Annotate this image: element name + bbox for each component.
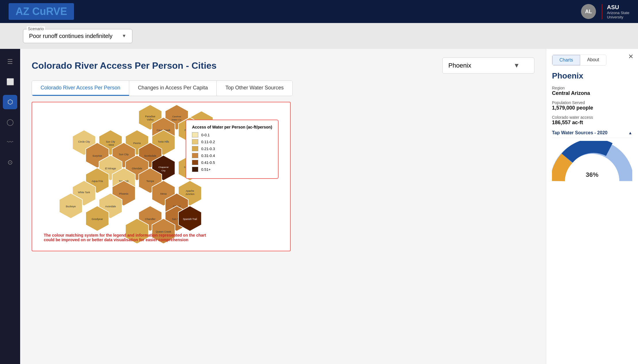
sidebar-item-layers[interactable]: ⬜ <box>3 75 17 89</box>
svg-text:Goodyear: Goodyear <box>92 218 103 221</box>
page-title: Colorado River Access Per Person - Citie… <box>32 60 217 71</box>
panel-tab-group: Charts About <box>552 55 606 66</box>
map-annotation: The colour matching system for the legen… <box>44 233 216 242</box>
sidebar-item-menu[interactable]: ☰ <box>3 55 17 69</box>
tab-changes[interactable]: Changes in Access Per Capita <box>129 81 217 96</box>
population-section: Population Served 1,579,000 people <box>552 100 632 111</box>
scenario-value: Poor runoff continues indefinitely <box>29 33 113 39</box>
legend-item-6: 0.51+ <box>192 167 272 172</box>
legend-color-6 <box>192 167 198 172</box>
svg-text:Tonto Hills: Tonto Hills <box>158 140 169 143</box>
scenario-bar: Scenario Poor runoff continues indefinit… <box>0 23 638 49</box>
asu-text: ASU Arizona State University <box>607 4 629 19</box>
university-logo: ASU Arizona State University <box>602 4 629 19</box>
legend-item-2: 0.11-0.2 <box>192 139 272 144</box>
svg-text:Scottsdale: Scottsdale <box>144 154 156 157</box>
legend-range-5: 0.41-0.5 <box>201 160 215 165</box>
svg-text:Water Co.: Water Co. <box>172 118 182 121</box>
hex-map: Paradise Valley Carefree Water Co. Cave … <box>32 102 291 251</box>
legend-color-4 <box>192 153 198 158</box>
svg-text:Chandler: Chandler <box>145 218 156 221</box>
legend-item-4: 0.31-0.4 <box>192 153 272 158</box>
population-label: Population Served <box>552 100 632 105</box>
legend-range-4: 0.31-0.4 <box>201 154 215 158</box>
scenario-label: Scenario <box>27 26 45 31</box>
svg-text:Valley: Valley <box>147 118 154 121</box>
circle-icon: ◯ <box>7 118 14 126</box>
legend-item-5: 0.41-0.5 <box>192 160 272 165</box>
legend-color-1 <box>192 132 198 137</box>
nodes-icon: ⬡ <box>7 98 13 106</box>
sidebar: ☰ ⬜ ⬡ ◯ 〰 ⊙ <box>0 49 20 364</box>
legend-item-1: 0-0.1 <box>192 132 272 137</box>
avatar[interactable]: AL <box>581 4 596 19</box>
svg-text:El Mirage: El Mirage <box>105 167 116 170</box>
tab-label-3: Top Other Water Sources <box>225 85 283 91</box>
region-label: Region <box>552 86 632 90</box>
legend-range-3: 0.21-0.3 <box>201 147 215 151</box>
panel-tab-charts[interactable]: Charts <box>552 55 580 65</box>
region-section: Region Central Arizona <box>552 86 632 96</box>
svg-text:Chaparral: Chaparral <box>158 166 168 168</box>
water-access-label: Colorado water access <box>552 115 632 120</box>
main-layout: ☰ ⬜ ⬡ ◯ 〰 ⊙ Colorado River Access Per Pe… <box>0 49 638 364</box>
tab-group: Colorado River Access Per Person Changes… <box>32 81 293 96</box>
city-dropdown[interactable]: Phoenix ▼ <box>442 58 534 74</box>
tab-other-sources[interactable]: Top Other Water Sources <box>217 81 292 96</box>
sidebar-item-nodes[interactable]: ⬡ <box>3 95 17 109</box>
svg-text:Tempe: Tempe <box>146 180 154 183</box>
app-header: AZ CuRVE AL ASU Arizona State University <box>0 0 638 23</box>
svg-text:Apache: Apache <box>186 189 194 192</box>
svg-text:Carefree: Carefree <box>172 115 181 118</box>
panel-tab-charts-label: Charts <box>559 58 573 62</box>
right-panel: ✕ Charts About Phoenix Region Central Ar… <box>546 49 638 364</box>
page-header: Colorado River Access Per Person - Citie… <box>32 58 534 74</box>
svg-text:- West: - West <box>107 143 114 146</box>
map-legend: Access of Water per Person (ac-ft/person… <box>186 120 279 179</box>
svg-text:Peoria: Peoria <box>133 142 141 145</box>
svg-text:Avondale: Avondale <box>105 205 116 208</box>
svg-text:Paradise: Paradise <box>145 115 155 118</box>
panel-close-button[interactable]: ✕ <box>628 53 633 60</box>
legend-item-3: 0.21-0.3 <box>192 146 272 151</box>
tap-sources-header[interactable]: Tap Water Sources - 2020 ▲ <box>552 130 632 138</box>
svg-text:Sun City: Sun City <box>119 153 129 156</box>
legend-color-3 <box>192 146 198 151</box>
city-dropdown-arrow-icon: ▼ <box>513 62 520 69</box>
svg-text:36%: 36% <box>586 171 599 178</box>
globe-icon: ⊙ <box>7 159 13 166</box>
scenario-dropdown[interactable]: Scenario Poor runoff continues indefinit… <box>23 29 132 43</box>
tap-sources-label: Tap Water Sources - 2020 <box>552 130 607 135</box>
chart-icon: 〰 <box>7 139 13 146</box>
sidebar-item-chart[interactable]: 〰 <box>3 135 17 150</box>
panel-tab-about[interactable]: About <box>580 55 606 65</box>
legend-color-2 <box>192 139 198 144</box>
region-value: Central Arizona <box>552 90 632 96</box>
sidebar-item-globe[interactable]: ⊙ <box>3 155 17 170</box>
layers-icon: ⬜ <box>6 78 14 86</box>
svg-text:City: City <box>161 169 165 172</box>
legend-range-2: 0.11-0.2 <box>201 140 215 144</box>
svg-text:Phoenix: Phoenix <box>119 192 129 195</box>
svg-text:Spanish Trail: Spanish Trail <box>183 218 197 221</box>
legend-title: Access of Water per Person (ac-ft/person… <box>192 125 272 129</box>
svg-text:Junction: Junction <box>185 193 195 196</box>
svg-text:Aqua Fria: Aqua Fria <box>92 180 103 183</box>
svg-text:Sun City: Sun City <box>106 140 115 143</box>
svg-text:White Tank: White Tank <box>78 191 90 194</box>
svg-text:Surprise: Surprise <box>92 154 102 157</box>
svg-text:Circle City: Circle City <box>78 140 90 143</box>
menu-icon: ☰ <box>7 58 13 66</box>
svg-text:Glendale: Glendale <box>132 167 142 170</box>
city-value: Phoenix <box>448 62 471 69</box>
tab-label-1: Colorado River Access Per Person <box>41 85 120 91</box>
population-value: 1,579,000 people <box>552 105 632 111</box>
header-right: AL ASU Arizona State University <box>581 4 629 19</box>
water-access-section: Colorado water access 186,557 ac-ft <box>552 115 632 126</box>
main-content: Colorado River Access Per Person - Citie… <box>20 49 546 364</box>
tab-colorado-river[interactable]: Colorado River Access Per Person <box>32 81 129 96</box>
panel-city-name: Phoenix <box>552 71 632 81</box>
water-access-value: 186,557 ac-ft <box>552 120 632 126</box>
svg-text:Mesa: Mesa <box>160 192 167 195</box>
sidebar-item-circle[interactable]: ◯ <box>3 115 17 129</box>
